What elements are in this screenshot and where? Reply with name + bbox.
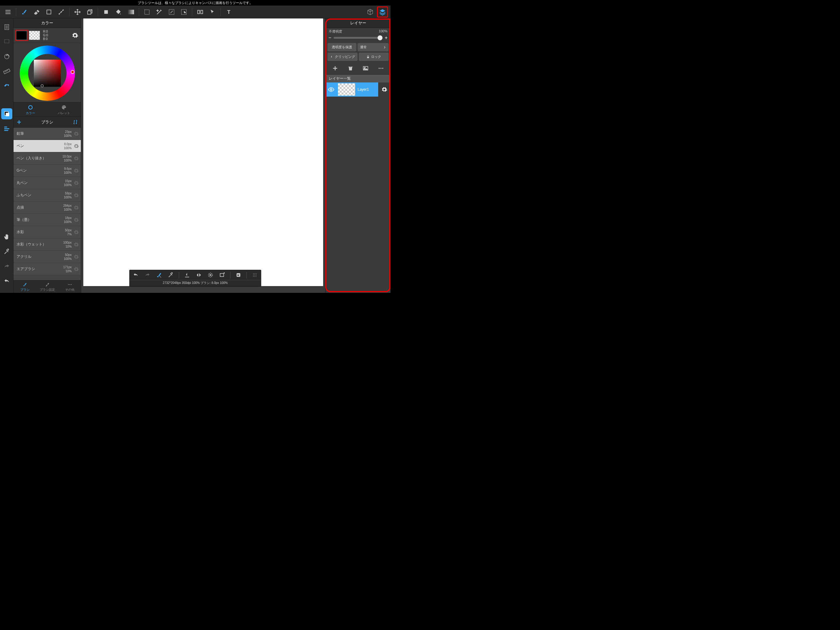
brush-item[interactable]: ペン8.0px100% (14, 140, 81, 152)
brush-item[interactable]: 水彩（ウェット）100px10% (14, 238, 81, 251)
save-button[interactable] (183, 271, 191, 279)
brush-name: ペン（入り抜き） (17, 156, 62, 161)
divide-tool[interactable] (195, 6, 206, 17)
blend-mode-button[interactable]: 通常 (358, 43, 389, 51)
brush-eraser-toggle[interactable] (156, 271, 163, 279)
protect-alpha-button[interactable]: 透明度を保護 (327, 43, 356, 51)
menu-button[interactable] (2, 6, 14, 17)
brush-gear-icon[interactable] (74, 143, 79, 149)
rgb-readout: R:0 G:0 B:0 (43, 30, 48, 41)
eraser-tool[interactable] (31, 6, 42, 17)
move-tool[interactable] (72, 6, 83, 17)
brush-gear-icon[interactable] (74, 254, 79, 260)
brush-item[interactable]: 筆（墨）18px100% (14, 214, 81, 226)
foreground-swatch[interactable] (16, 31, 27, 40)
lock-button[interactable]: ロック (359, 52, 389, 61)
add-layer-icon[interactable] (331, 65, 339, 72)
brush-item[interactable]: ふちペン59px100% (14, 189, 81, 201)
brush-gear-icon[interactable] (74, 217, 79, 223)
eyedropper-button[interactable] (167, 271, 175, 279)
opacity-slider[interactable]: − + (325, 35, 390, 43)
brush-gear-icon[interactable] (74, 180, 79, 186)
svg-point-52 (256, 276, 256, 277)
brush-gear-icon[interactable] (74, 266, 79, 272)
document-icon[interactable] (1, 22, 12, 33)
color-panel-icon[interactable] (1, 108, 12, 119)
material-icon[interactable] (1, 81, 12, 92)
select-rect-tool[interactable] (141, 6, 153, 17)
brush-gear-icon[interactable] (74, 230, 79, 235)
brush-tab-other[interactable]: その他 (58, 280, 81, 293)
transform-tool[interactable] (84, 6, 95, 17)
delete-layer-icon[interactable] (346, 65, 355, 72)
brush-panel-icon[interactable] (1, 123, 12, 134)
canvas[interactable] (83, 19, 323, 286)
svg-point-44 (253, 273, 254, 274)
3d-icon[interactable] (365, 6, 376, 17)
brush-gear-icon[interactable] (74, 193, 79, 198)
fill-bucket-tool[interactable] (113, 6, 124, 17)
grid-button[interactable] (251, 271, 259, 279)
brush-gear-icon[interactable] (74, 168, 79, 174)
brush-list[interactable]: 鉛筆23px100%ペン8.0px100%ペン（入り抜き）10.0px100%G… (14, 128, 81, 280)
minus-icon[interactable]: − (328, 35, 332, 41)
layers-panel-toggle[interactable] (377, 6, 388, 17)
brush-name: ペン (17, 143, 64, 149)
brush-item[interactable]: ペン（入り抜き）10.0px100% (14, 152, 81, 165)
selection-options-icon[interactable] (1, 36, 12, 47)
select-erase-tool[interactable] (178, 6, 189, 17)
rotate-reset-button[interactable] (207, 271, 214, 279)
color-tab-palette[interactable]: パレット (47, 103, 81, 117)
clipping-button[interactable]: クリッピング (327, 52, 358, 61)
hand-tool-icon[interactable] (1, 231, 12, 242)
gradient-tool[interactable] (125, 6, 136, 17)
background-swatch[interactable] (29, 31, 40, 40)
eyedropper-tool-icon[interactable] (1, 246, 12, 257)
reset-view-button[interactable] (219, 271, 226, 279)
brush-gear-icon[interactable] (74, 205, 79, 211)
layer-settings-icon[interactable] (378, 82, 390, 97)
brush-values: 50px100% (64, 253, 72, 261)
brush-item[interactable]: エアブラシ171px10% (14, 263, 81, 275)
brush-tab-brush[interactable]: ブラシ (14, 280, 36, 293)
plus-icon[interactable]: + (384, 35, 388, 41)
dot-tool[interactable] (56, 6, 67, 17)
more-layer-icon[interactable] (377, 65, 385, 72)
undo-button[interactable] (132, 271, 140, 279)
brush-tool[interactable] (19, 6, 30, 17)
svg-point-49 (256, 275, 256, 275)
color-settings-gear-icon[interactable] (72, 32, 78, 39)
shape-tool[interactable] (43, 6, 54, 17)
select-pen-tool[interactable] (166, 6, 177, 17)
fullscreen-button[interactable] (235, 271, 242, 279)
add-brush-icon[interactable] (14, 119, 25, 125)
undo-icon[interactable] (1, 275, 12, 287)
canvas-area[interactable] (81, 19, 325, 293)
color-tab-color[interactable]: カラー (14, 103, 47, 117)
brush-item[interactable]: アクリル50px100% (14, 251, 81, 263)
ruler-icon[interactable] (1, 66, 12, 77)
brush-item[interactable]: Gペン9.6px100% (14, 165, 81, 177)
redo-button[interactable] (144, 271, 151, 279)
redo-icon[interactable] (1, 261, 12, 272)
brush-item[interactable]: 丸ペン15px100% (14, 177, 81, 189)
layer-row[interactable]: Layer1 (325, 82, 390, 97)
image-layer-icon[interactable] (361, 65, 370, 72)
brush-values: 50px7% (65, 228, 72, 236)
visibility-icon[interactable] (325, 86, 337, 93)
bucket-tool[interactable] (101, 6, 112, 17)
brush-tab-settings[interactable]: ブラシ設定 (36, 280, 58, 293)
brush-gear-icon[interactable] (74, 156, 79, 161)
color-wheel[interactable] (14, 43, 81, 102)
brush-item[interactable]: 鉛筆23px100% (14, 128, 81, 140)
stabilizer-icon[interactable] (1, 51, 12, 62)
text-tool[interactable]: T (223, 6, 234, 17)
brush-gear-icon[interactable] (74, 242, 79, 247)
flip-button[interactable] (195, 271, 203, 279)
brush-item[interactable]: 水彩50px7% (14, 226, 81, 238)
pointer-tool[interactable] (207, 6, 218, 17)
brush-gear-icon[interactable] (74, 131, 79, 136)
magic-wand-tool[interactable] (154, 6, 165, 17)
sort-brush-icon[interactable] (70, 119, 81, 125)
brush-item[interactable]: 点描284px100% (14, 201, 81, 214)
